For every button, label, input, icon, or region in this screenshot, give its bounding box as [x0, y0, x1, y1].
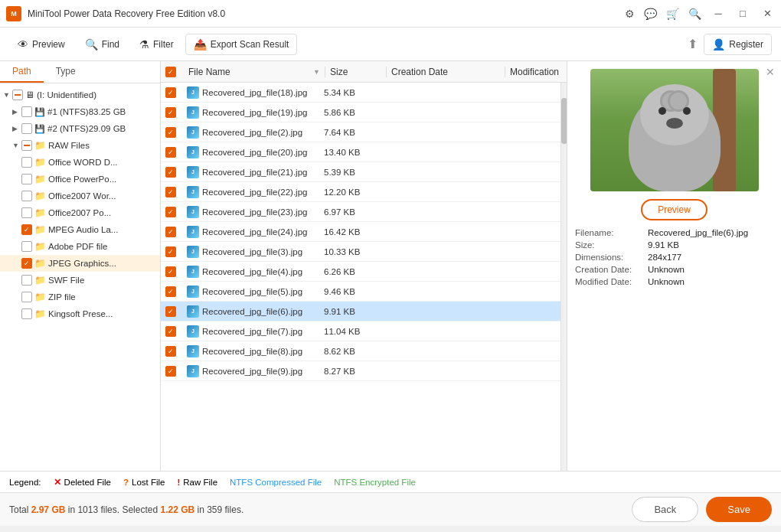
file-row[interactable]: ✓ J Recovered_jpg_file(20).jpg 13.40 KB: [161, 142, 560, 162]
checkbox-ppt2[interactable]: [21, 207, 32, 218]
file-row[interactable]: ✓ J Recovered_jpg_file(9).jpg 8.27 KB: [161, 361, 560, 381]
jpg-icon-label: J: [191, 229, 194, 234]
checkbox-mpeg[interactable]: ✓: [21, 224, 32, 235]
preview-action-button[interactable]: Preview: [641, 199, 707, 220]
info-row-modified: Modified Date: Unknown: [575, 276, 773, 288]
file-row[interactable]: ✓ J Recovered_jpg_file(8).jpg 8.62 KB: [161, 341, 560, 361]
file-row[interactable]: ✓ J Recovered_jpg_file(2).jpg 7.64 KB: [161, 122, 560, 142]
file-checkbox[interactable]: ✓: [165, 306, 176, 317]
tree-label-ppt2: Office2007 Po...: [48, 208, 111, 217]
tab-type[interactable]: Type: [44, 61, 88, 83]
close-preview-button[interactable]: ✕: [766, 66, 775, 78]
deleted-icon: ✕: [54, 477, 61, 488]
back-button[interactable]: Back: [632, 497, 698, 522]
tree-item-root[interactable]: ▼ 🖥 (I: Unidentified): [0, 86, 160, 103]
file-row[interactable]: ✓ J Recovered_jpg_file(18).jpg 5.34 KB: [161, 83, 560, 103]
file-row[interactable]: ✓ J Recovered_jpg_file(23).jpg 6.97 KB: [161, 202, 560, 222]
export-button[interactable]: 📤 Export Scan Result: [185, 34, 298, 55]
register-button[interactable]: 👤 Register: [704, 34, 772, 55]
file-name-col: J Recovered_jpg_file(7).jpg: [184, 325, 319, 338]
file-row[interactable]: ✓ J Recovered_jpg_file(5).jpg 9.46 KB: [161, 282, 560, 302]
checkbox-raw[interactable]: [21, 140, 32, 151]
checkbox-kingsoft[interactable]: [21, 308, 32, 319]
checkbox-pdf[interactable]: [21, 241, 32, 252]
file-row[interactable]: ✓ J Recovered_jpg_file(7).jpg 11.04 KB: [161, 321, 560, 341]
koala-eye-left: [658, 107, 666, 115]
find-button[interactable]: 🔍 Find: [77, 34, 128, 55]
minimize-button[interactable]: ─: [711, 6, 726, 21]
file-checkbox[interactable]: ✓: [165, 326, 176, 337]
checkbox-swf[interactable]: [21, 275, 32, 286]
file-row[interactable]: ✓ J Recovered_jpg_file(21).jpg 5.39 KB: [161, 162, 560, 182]
file-checkbox[interactable]: ✓: [165, 147, 176, 158]
file-name-col: J Recovered_jpg_file(24).jpg: [184, 226, 319, 238]
folder-icon: 📁: [34, 224, 46, 235]
save-button[interactable]: Save: [706, 497, 772, 522]
file-checkbox[interactable]: ✓: [165, 286, 176, 297]
folder-icon: 📁: [34, 191, 46, 201]
tree-item-ntfs2[interactable]: ▶ 💾 #2 (NTFS)29.09 GB: [0, 120, 160, 137]
file-checkbox[interactable]: ✓: [165, 266, 176, 277]
tree-item-zip[interactable]: 📁 ZIP file: [0, 289, 160, 305]
file-checkbox[interactable]: ✓: [165, 187, 176, 197]
checkbox-root[interactable]: [12, 90, 23, 100]
tree-item-swf[interactable]: 📁 SWF File: [0, 272, 160, 289]
tab-path[interactable]: Path: [0, 61, 44, 83]
select-all-checkbox[interactable]: ✓: [165, 67, 176, 77]
share-icon[interactable]: ⬆: [688, 37, 698, 51]
file-checkbox[interactable]: ✓: [165, 366, 176, 377]
jpg-icon-label: J: [191, 209, 194, 214]
preview-button[interactable]: 👁 Preview: [9, 34, 74, 55]
legend-ntfs2: NTFS Encrypted File: [334, 478, 416, 487]
maximize-button[interactable]: □: [735, 6, 750, 21]
vertical-scrollbar[interactable]: [560, 83, 567, 471]
file-row[interactable]: ✓ J Recovered_jpg_file(22).jpg 12.20 KB: [161, 182, 560, 202]
file-icon: J: [187, 226, 199, 238]
settings-icon[interactable]: ⚙: [625, 8, 635, 20]
checkbox-ntfs1[interactable]: [21, 106, 32, 117]
checkbox-ntfs2[interactable]: [21, 123, 32, 134]
tree-item-ppt[interactable]: 📁 Office PowerPo...: [0, 171, 160, 188]
tree-item-raw[interactable]: ▼ 📁 RAW Files: [0, 137, 160, 154]
checkbox-zip[interactable]: [21, 292, 32, 302]
file-row[interactable]: ✓ J Recovered_jpg_file(19).jpg 5.86 KB: [161, 103, 560, 122]
creation-label: Creation Date:: [575, 265, 648, 274]
tree-item-word[interactable]: 📁 Office WORD D...: [0, 154, 160, 171]
file-checkbox[interactable]: ✓: [165, 167, 176, 178]
tree-item-jpeg[interactable]: ✓ 📁 JPEG Graphics...: [0, 255, 160, 272]
file-checkbox[interactable]: ✓: [165, 346, 176, 357]
tree-item-word2[interactable]: 📁 Office2007 Wor...: [0, 188, 160, 204]
scrollbar-thumb[interactable]: [561, 98, 567, 144]
checkbox-word2[interactable]: [21, 191, 32, 201]
tree-item-pdf[interactable]: 📁 Adobe PDF file: [0, 238, 160, 255]
file-checkbox[interactable]: ✓: [165, 207, 176, 217]
file-checkbox[interactable]: ✓: [165, 127, 176, 138]
file-row[interactable]: ✓ J Recovered_jpg_file(3).jpg 10.33 KB: [161, 242, 560, 262]
file-row[interactable]: ✓ J Recovered_jpg_file(24).jpg 16.42 KB: [161, 222, 560, 242]
file-row[interactable]: ✓ J Recovered_jpg_file(4).jpg 6.26 KB: [161, 262, 560, 282]
eye-icon: 👁: [18, 38, 28, 51]
tree-item-ppt2[interactable]: 📁 Office2007 Po...: [0, 204, 160, 221]
tree-item-mpeg[interactable]: ✓ 📁 MPEG Audio La...: [0, 221, 160, 238]
close-button[interactable]: ✕: [760, 6, 775, 21]
checkbox-jpeg[interactable]: ✓: [21, 258, 32, 269]
cart-icon[interactable]: 🛒: [666, 8, 679, 20]
file-checkbox[interactable]: ✓: [165, 107, 176, 118]
sort-icon[interactable]: ▼: [313, 68, 320, 76]
checkbox-ppt[interactable]: [21, 174, 32, 184]
tree-item-ntfs1[interactable]: ▶ 💾 #1 (NTFS)83.25 GB: [0, 103, 160, 120]
file-checkbox[interactable]: ✓: [165, 246, 176, 257]
filter-icon: ⚗: [139, 38, 149, 51]
file-size: 16.42 KB: [319, 227, 381, 237]
file-row[interactable]: ✓ J Recovered_jpg_file(6).jpg 9.91 KB: [161, 302, 560, 321]
search-icon[interactable]: 🔍: [688, 8, 701, 20]
tree-label-ntfs1: #1 (NTFS)83.25 GB: [47, 107, 126, 116]
checkbox-word[interactable]: [21, 157, 32, 168]
tree-item-kingsoft[interactable]: 📁 Kingsoft Prese...: [0, 305, 160, 322]
ntfs1-label: NTFS Compressed File: [230, 478, 322, 487]
filter-button[interactable]: ⚗ Filter: [131, 34, 182, 55]
file-checkbox[interactable]: ✓: [165, 227, 176, 237]
file-checkbox[interactable]: ✓: [165, 87, 176, 98]
chat-icon[interactable]: 💬: [644, 8, 657, 20]
preview-image: [590, 69, 759, 191]
